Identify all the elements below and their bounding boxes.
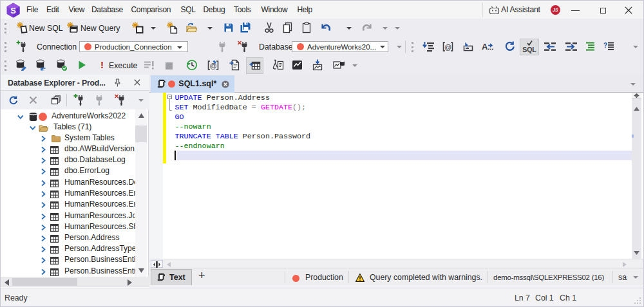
- svg-text:S: S: [10, 6, 16, 15]
- svg-text:A: A: [482, 42, 488, 51]
- svg-text:?: ?: [603, 42, 607, 49]
- svg-text:@: @: [444, 43, 451, 51]
- svg-text:SQL: SQL: [522, 46, 536, 53]
